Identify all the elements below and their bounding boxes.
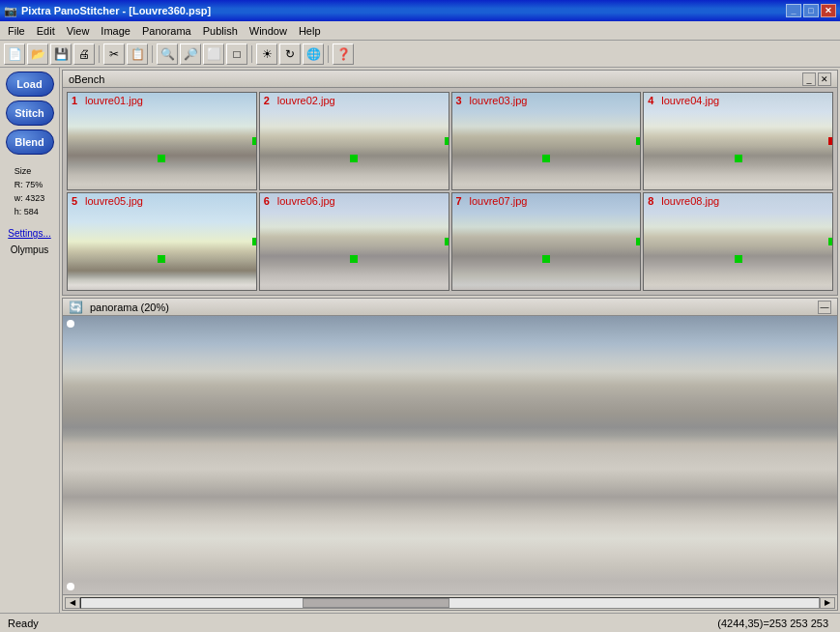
panorama-header: 🔄 panorama (20%) — — [63, 299, 837, 316]
status-ready-text: Ready — [4, 618, 43, 629]
bench-close-button[interactable]: ✕ — [818, 72, 831, 86]
size-display: Size R: 75% w: 4323 h: 584 — [13, 162, 47, 220]
photo-marker-3 — [542, 155, 550, 162]
minimize-button[interactable]: _ — [786, 4, 801, 17]
panorama-collapse-button[interactable]: — — [818, 301, 831, 314]
app-icon: 📷 — [4, 5, 17, 17]
load-button[interactable]: Load — [6, 72, 54, 97]
photo-thumb-5 — [68, 193, 256, 290]
print-button[interactable]: 🖨 — [73, 43, 95, 65]
photo-cell-1[interactable]: 1 louvre01.jpg — [67, 92, 257, 190]
menu-publish[interactable]: Publish — [197, 23, 244, 39]
menu-help[interactable]: Help — [293, 23, 327, 39]
horizontal-scrollbar-thumb[interactable] — [303, 598, 450, 608]
menu-file[interactable]: File — [2, 23, 31, 39]
photo-number-8: 8 — [648, 195, 653, 207]
photo-cell-5[interactable]: 5 louvre05.jpg — [67, 192, 257, 291]
copy-button[interactable]: 📋 — [127, 43, 148, 65]
menu-view[interactable]: View — [61, 23, 96, 39]
separator-1 — [99, 45, 100, 63]
photo-thumb-4 — [644, 93, 832, 189]
photo-number-6: 6 — [264, 195, 270, 207]
save-button[interactable]: 💾 — [50, 43, 72, 65]
photo-marker-right-3 — [636, 137, 640, 145]
photo-bench-title: oBench — [69, 73, 104, 85]
photo-thumb-8 — [644, 193, 832, 290]
photo-marker-4 — [735, 155, 742, 162]
zoom-in-button[interactable]: 🔍 — [157, 43, 178, 65]
photo-name-2: louvre02.jpg — [277, 95, 335, 106]
menu-panorama[interactable]: Panorama — [136, 23, 197, 39]
menu-image[interactable]: Image — [95, 23, 136, 39]
photo-cell-3[interactable]: 3 louvre03.jpg — [451, 92, 642, 190]
separator-3 — [251, 45, 252, 63]
photo-thumb-1 — [68, 93, 256, 189]
photo-number-3: 3 — [456, 95, 462, 106]
photo-marker-5 — [158, 255, 165, 263]
menu-edit[interactable]: Edit — [31, 23, 61, 39]
photo-name-6: louvre06.jpg — [277, 195, 335, 207]
photo-marker-right-4 — [828, 137, 832, 145]
panorama-title: panorama (20%) — [90, 302, 169, 313]
photo-cell-6[interactable]: 6 louvre06.jpg — [259, 192, 449, 291]
photo-cell-8[interactable]: 8 louvre08.jpg — [643, 192, 833, 291]
photo-cell-2[interactable]: 2 louvre02.jpg — [259, 92, 449, 190]
bench-minimize-button[interactable]: _ — [802, 72, 816, 86]
globe-button[interactable]: 🌐 — [303, 43, 324, 65]
panorama-content — [63, 316, 837, 594]
zoom-out-button[interactable]: 🔎 — [180, 43, 201, 65]
settings-button[interactable]: Settings... — [8, 228, 50, 239]
photo-marker-1 — [158, 155, 165, 162]
size-r: R: 75% — [14, 178, 45, 191]
photo-marker-right-5 — [252, 238, 256, 245]
status-bar: Ready (4244,35)=253 253 253 — [0, 613, 840, 632]
scroll-right-button[interactable]: ▶ — [820, 597, 835, 609]
open-button[interactable]: 📂 — [27, 43, 48, 65]
help-button[interactable]: ❓ — [333, 43, 354, 65]
photo-marker-right-7 — [636, 238, 640, 245]
blend-button[interactable]: Blend — [6, 129, 54, 155]
cut-button[interactable]: ✂ — [103, 43, 125, 65]
title-bar-left: 📷 Pixtra PanoStitcher - [Louvre360.psp] — [4, 5, 211, 17]
panorama-scrollbar: ◀ ▶ — [63, 594, 837, 610]
panorama-image[interactable] — [63, 316, 837, 594]
scroll-left-button[interactable]: ◀ — [65, 597, 80, 609]
photo-number-1: 1 — [72, 95, 77, 106]
photo-cell-7[interactable]: 7 louvre07.jpg — [451, 192, 642, 291]
stitch-button[interactable]: Stitch — [6, 101, 54, 126]
select-button[interactable]: ⬜ — [203, 43, 224, 65]
photo-bench-header: oBench _ ✕ — [63, 71, 837, 88]
photo-name-5: louvre05.jpg — [85, 195, 143, 207]
photo-thumb-7 — [452, 193, 641, 290]
close-button[interactable]: ✕ — [821, 4, 836, 17]
olympus-label: Olympus — [11, 244, 48, 255]
photo-marker-right-6 — [445, 238, 449, 245]
panorama-panel: 🔄 panorama (20%) — ◀ ▶ — [62, 298, 838, 611]
crop-button[interactable]: □ — [226, 43, 247, 65]
photo-cell-4[interactable]: 4 louvre04.jpg — [643, 92, 833, 190]
photo-marker-6 — [350, 255, 358, 263]
menu-window[interactable]: Window — [244, 23, 293, 39]
new-button[interactable]: 📄 — [4, 43, 25, 65]
separator-4 — [328, 45, 329, 63]
brightness-button[interactable]: ☀ — [256, 43, 277, 65]
menu-bar: File Edit View Image Panorama Publish Wi… — [0, 21, 840, 41]
maximize-button[interactable]: □ — [803, 4, 819, 17]
rotate-button[interactable]: ↻ — [279, 43, 301, 65]
photo-marker-7 — [542, 255, 550, 263]
panorama-header-left: 🔄 panorama (20%) — [69, 301, 169, 314]
photo-bench-controls: _ ✕ — [802, 72, 831, 86]
photo-marker-right-2 — [445, 137, 449, 145]
photo-name-3: louvre03.jpg — [470, 95, 528, 106]
panorama-refresh-icon: 🔄 — [69, 301, 82, 314]
size-h: h: 584 — [14, 205, 45, 218]
photo-name-7: louvre07.jpg — [470, 195, 528, 207]
photo-marker-8 — [735, 255, 742, 263]
photo-name-4: louvre04.jpg — [661, 95, 719, 106]
photo-grid: 1 louvre01.jpg 2 louvre02.jpg — [63, 88, 837, 295]
main-container: Load Stitch Blend Size R: 75% w: 4323 h:… — [0, 68, 840, 613]
horizontal-scrollbar-track[interactable] — [80, 597, 820, 609]
pano-pos-bottom-left — [67, 583, 74, 590]
size-w: w: 4323 — [14, 191, 45, 205]
photo-marker-right-1 — [252, 137, 256, 145]
